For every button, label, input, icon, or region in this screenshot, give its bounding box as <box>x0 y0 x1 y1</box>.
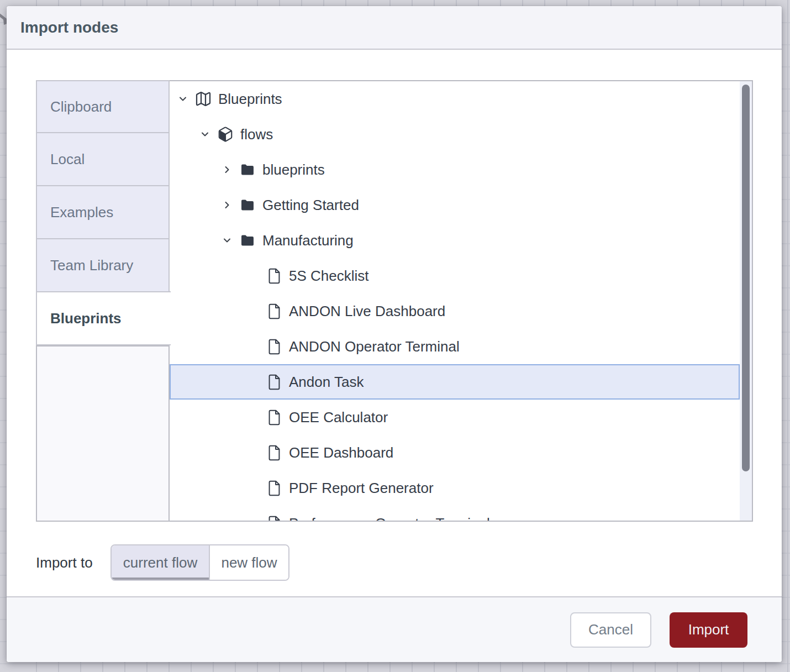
tab-label: Clipboard <box>50 98 112 116</box>
scrollbar-thumb[interactable] <box>742 85 750 471</box>
tree-panel: BlueprintsflowsblueprintsGetting Started… <box>168 80 753 522</box>
folder-icon <box>238 187 257 223</box>
dialog-header: Import nodes <box>7 6 782 50</box>
tab-blueprints[interactable]: Blueprints <box>36 291 171 345</box>
chevron-spacer <box>248 258 265 293</box>
chevron-spacer <box>248 329 265 364</box>
import-target-toggle: current flownew flow <box>110 544 289 581</box>
tab-local[interactable]: Local <box>36 132 170 186</box>
new-flow-toggle[interactable]: new flow <box>210 545 288 580</box>
chevron-spacer <box>248 470 265 506</box>
import-nodes-dialog: Import nodes ClipboardLocalExamplesTeam … <box>7 6 782 662</box>
tab-label: Examples <box>50 204 113 221</box>
cube-icon <box>216 117 235 152</box>
tree-row-andon-operator-terminal[interactable]: ANDON Operator Terminal <box>170 329 740 364</box>
file-icon <box>265 329 283 364</box>
chevron-spacer <box>248 364 265 400</box>
file-icon <box>265 470 283 506</box>
tab-examples[interactable]: Examples <box>36 185 170 239</box>
chevron-spacer <box>248 293 265 329</box>
tree-row-label: 5S Checklist <box>289 267 369 285</box>
import-to-label: Import to <box>36 544 93 581</box>
map-icon <box>194 81 213 117</box>
folder-icon <box>238 223 257 258</box>
tree: BlueprintsflowsblueprintsGetting Started… <box>170 81 740 522</box>
file-icon <box>265 258 283 293</box>
tabs-filler <box>36 345 170 522</box>
cancel-button[interactable]: Cancel <box>570 612 651 648</box>
chevron-right-icon[interactable] <box>222 152 238 187</box>
file-icon <box>265 506 283 522</box>
tree-row-andon-live-dashboard[interactable]: ANDON Live Dashboard <box>170 293 740 329</box>
dialog-footer: Cancel Import <box>7 596 782 662</box>
tree-row-blueprints[interactable]: blueprints <box>170 152 740 187</box>
folder-icon <box>238 152 257 187</box>
tab-clipboard[interactable]: Clipboard <box>36 80 170 133</box>
tree-row-label: ANDON Operator Terminal <box>289 338 460 355</box>
file-icon <box>265 400 283 435</box>
tree-row-label: PDF Report Generator <box>289 480 434 497</box>
tree-row-andon-task[interactable]: Andon Task <box>170 364 740 400</box>
tree-row-label: Andon Task <box>289 374 364 391</box>
chevron-spacer <box>248 435 265 470</box>
tab-label: Team Library <box>50 257 133 274</box>
tree-row-label: flows <box>240 126 273 143</box>
workspace-canvas: { "dialog": { "title": "Import nodes" },… <box>0 0 790 672</box>
tree-row-blueprints[interactable]: Blueprints <box>170 81 740 117</box>
tab-label: Local <box>50 151 85 168</box>
dialog-title: Import nodes <box>20 19 118 36</box>
tree-row-label: ANDON Live Dashboard <box>289 303 445 320</box>
tree-row-manufacturing[interactable]: Manufacturing <box>170 223 740 258</box>
chevron-spacer <box>248 400 265 435</box>
tree-row-label: blueprints <box>262 161 325 179</box>
chevron-down-icon[interactable] <box>222 223 238 258</box>
current-flow-toggle[interactable]: current flow <box>112 545 210 580</box>
tree-row-label: Performance Operator Terminal <box>289 515 490 522</box>
tree-row-label: OEE Dashboard <box>289 444 393 461</box>
tree-row-getting-started[interactable]: Getting Started <box>170 187 740 223</box>
file-icon <box>265 435 283 470</box>
chevron-spacer <box>248 506 265 522</box>
toggle-label: current flow <box>123 554 197 571</box>
tree-row-pdf-report-generator[interactable]: PDF Report Generator <box>170 470 740 506</box>
tab-label: Blueprints <box>50 310 122 327</box>
tree-row-label: Getting Started <box>262 197 359 214</box>
tree-row-label: Blueprints <box>218 91 282 108</box>
chevron-right-icon[interactable] <box>222 187 238 223</box>
chevron-down-icon[interactable] <box>177 81 194 117</box>
tree-row-flows[interactable]: flows <box>170 117 740 152</box>
import-button[interactable]: Import <box>670 612 747 648</box>
tab-team-library[interactable]: Team Library <box>36 238 170 292</box>
toggle-label: new flow <box>221 554 277 571</box>
file-icon <box>265 364 283 400</box>
tree-row-5s-checklist[interactable]: 5S Checklist <box>170 258 740 293</box>
tree-row-label: Manufacturing <box>262 232 354 249</box>
file-icon <box>265 293 283 329</box>
tree-row-oee-dashboard[interactable]: OEE Dashboard <box>170 435 740 470</box>
dialog-tabs: ClipboardLocalExamplesTeam LibraryBluepr… <box>36 80 171 345</box>
tree-row-performance-operator-terminal[interactable]: Performance Operator Terminal <box>170 506 740 522</box>
tree-row-label: OEE Calculator <box>289 409 388 426</box>
tree-row-oee-calculator[interactable]: OEE Calculator <box>170 400 740 435</box>
chevron-down-icon[interactable] <box>199 117 216 152</box>
scrollbar-track[interactable] <box>740 81 752 521</box>
